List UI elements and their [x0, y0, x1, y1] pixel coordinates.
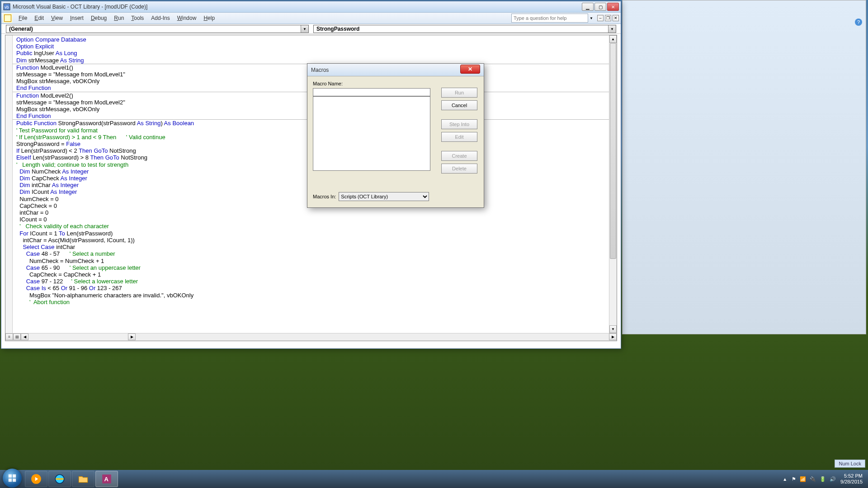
taskbar-media-player[interactable]	[25, 471, 47, 487]
vertical-scrollbar[interactable]: ▲ ▼	[609, 35, 617, 333]
object-combo[interactable]: (General) ▼	[6, 25, 309, 33]
cancel-button[interactable]: Cancel	[441, 100, 477, 110]
menu-run[interactable]: Run	[110, 14, 127, 23]
mdi-window-controls: – ❐ ✕	[597, 15, 619, 21]
mdi-minimize-button[interactable]: –	[597, 15, 604, 21]
mdi-restore-button[interactable]: ❐	[605, 15, 611, 21]
svg-rect-5	[9, 479, 12, 482]
tray-time: 5:52 PM	[840, 473, 863, 479]
menu-window[interactable]: Window	[174, 14, 200, 23]
maximize-button[interactable]: ▢	[594, 3, 606, 11]
dialog-titlebar[interactable]: Macros ✕	[307, 64, 484, 76]
macro-name-input[interactable]	[313, 88, 430, 96]
macro-list[interactable]	[313, 96, 430, 171]
menu-view[interactable]: View	[47, 14, 66, 23]
taskbar: A ▲ ⚑ 📶 🔌 🔋 🔊 5:52 PM 9/28/2015	[0, 470, 868, 488]
procedure-combo-value: StrongPassword	[314, 25, 608, 33]
scroll-down-icon[interactable]: ▼	[609, 325, 617, 333]
code-margin	[5, 35, 13, 341]
taskbar-ie[interactable]	[48, 471, 71, 487]
help-search-dropdown-icon[interactable]: ▼	[588, 16, 594, 20]
tray-date: 9/28/2015	[840, 479, 863, 485]
dialog-close-button[interactable]: ✕	[460, 65, 480, 74]
window-controls: ▁ ▢ ✕	[582, 3, 619, 11]
menu-file[interactable]: File	[15, 14, 31, 23]
chevron-down-icon[interactable]: ▼	[608, 25, 616, 33]
full-module-view-button[interactable]: ▤	[13, 333, 21, 340]
menu-tools[interactable]: Tools	[127, 14, 147, 23]
step-into-button[interactable]: Step Into	[441, 119, 477, 129]
hscroll-track[interactable]	[28, 333, 128, 341]
menu-debug[interactable]: Debug	[87, 14, 110, 23]
mdi-close-button[interactable]: ✕	[613, 15, 619, 21]
macros-dialog: Macros ✕ Macro Name: Run Cancel Step Int…	[307, 63, 484, 208]
delete-button[interactable]: Delete	[441, 164, 477, 174]
scroll-thumb[interactable]	[610, 43, 616, 259]
procedure-combo[interactable]: StrongPassword ▼	[313, 25, 616, 33]
tray-clock[interactable]: 5:52 PM 9/28/2015	[840, 473, 863, 485]
procedure-view-button[interactable]: ≡	[5, 333, 13, 340]
background-access-window: ?	[622, 0, 866, 334]
code-object-proc-row: (General) ▼ StrongPassword ▼	[1, 24, 621, 34]
scroll-right-icon[interactable]: ▶	[128, 333, 136, 340]
menu-addins[interactable]: Add-Ins	[147, 14, 173, 23]
minimize-button[interactable]: ▁	[582, 3, 594, 11]
scroll-right-end-icon[interactable]: ▶	[609, 333, 617, 340]
tray-power-icon[interactable]: 🔌	[810, 476, 816, 482]
menu-insert[interactable]: Insert	[66, 14, 87, 23]
svg-rect-6	[13, 479, 16, 482]
macros-in-select[interactable]: Scripts (OCT Library)	[339, 192, 429, 201]
tray-volume-icon[interactable]: 🔊	[830, 476, 836, 482]
tray-battery-icon[interactable]: 🔋	[820, 476, 826, 482]
scroll-up-icon[interactable]: ▲	[609, 35, 617, 43]
macro-name-label: Macro Name:	[313, 81, 478, 86]
close-button[interactable]: ✕	[607, 3, 619, 11]
titlebar[interactable]: vb Microsoft Visual Basic - OCT Library …	[1, 1, 621, 13]
taskbar-explorer[interactable]	[72, 471, 94, 487]
tray-show-hidden-icon[interactable]: ▲	[783, 477, 787, 482]
menubar: File Edit View Insert Debug Run Tools Ad…	[1, 13, 621, 24]
system-tray: ▲ ⚑ 📶 🔌 🔋 🔊 5:52 PM 9/28/2015	[783, 473, 866, 485]
macros-in-label: Macros In:	[313, 194, 336, 199]
scroll-left-icon[interactable]: ◀	[21, 333, 28, 340]
svg-rect-4	[13, 474, 16, 478]
tray-network-icon[interactable]: 📶	[800, 476, 806, 482]
run-button[interactable]: Run	[441, 88, 477, 98]
svg-rect-3	[9, 474, 12, 478]
vb-menu-icon	[3, 14, 12, 23]
chevron-down-icon[interactable]: ▼	[301, 25, 308, 33]
create-button[interactable]: Create	[441, 151, 477, 161]
numlock-indicator: Num Lock	[835, 460, 865, 468]
dialog-title: Macros	[311, 67, 329, 73]
tray-action-center-icon[interactable]: ⚑	[792, 476, 796, 482]
object-combo-value: (General)	[6, 25, 301, 33]
svg-text:A: A	[104, 476, 109, 483]
menu-edit[interactable]: Edit	[31, 14, 47, 23]
start-button[interactable]	[3, 469, 22, 488]
menu-help[interactable]: Help	[200, 14, 218, 23]
edit-button[interactable]: Edit	[441, 132, 477, 142]
taskbar-access[interactable]: A	[95, 471, 118, 487]
horizontal-scrollbar[interactable]: ≡ ▤ ◀ ▶ ▶	[5, 333, 617, 341]
svg-text:vb: vb	[5, 5, 9, 9]
app-icon: vb	[3, 3, 10, 10]
help-search-input[interactable]	[511, 14, 588, 23]
help-icon[interactable]: ?	[855, 19, 862, 26]
window-title: Microsoft Visual Basic - OCT Library - […	[13, 4, 582, 10]
